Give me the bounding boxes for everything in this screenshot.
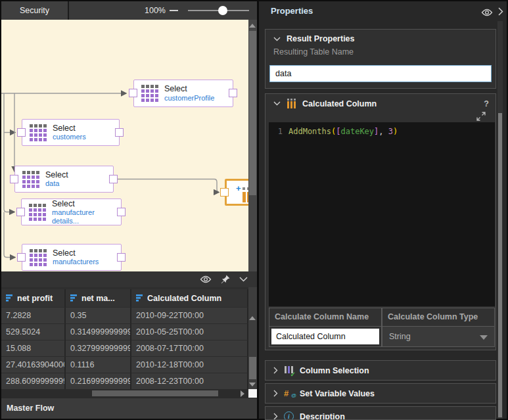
table-cell: 2008-12-23T00:00 [131, 373, 248, 389]
code-token: AddMonths [289, 127, 331, 136]
dot [242, 187, 245, 190]
plus-icon: + [236, 183, 241, 193]
zoom-level-value: 100% [145, 1, 167, 20]
properties-header: Properties [259, 1, 507, 21]
column-header-net-margin[interactable]: net ma... [66, 289, 131, 307]
zoom-out-icon[interactable] [170, 10, 178, 11]
preview-collapse-button[interactable] [239, 277, 248, 282]
table-grid-icon [30, 124, 47, 141]
table-grid-icon [30, 249, 47, 266]
data-preview-table: net profit net ma... Calculated Column 7… [1, 287, 257, 398]
scroll-right-icon[interactable] [241, 390, 244, 397]
output-port[interactable] [117, 253, 126, 262]
input-port[interactable] [17, 128, 26, 137]
flow-node-select-data[interactable]: Select data [14, 166, 114, 193]
scrollbar-thumb[interactable] [249, 31, 256, 195]
section-header-result-properties[interactable]: Result Properties [266, 30, 496, 46]
table-grid-icon [22, 171, 39, 188]
properties-eye-button[interactable] [481, 7, 493, 19]
section-header-calculated-column[interactable]: Calculated Column ? [266, 94, 496, 111]
code-token: [ [336, 127, 340, 136]
output-port[interactable] [115, 128, 124, 137]
preview-pin-button[interactable] [221, 275, 230, 284]
input-port[interactable] [220, 188, 229, 197]
input-port[interactable] [17, 253, 26, 262]
input-port[interactable] [16, 208, 25, 216]
table-vertical-scrollbar[interactable] [248, 287, 257, 389]
calculated-column-icon: + [236, 185, 248, 202]
scrollbar-thumb[interactable] [92, 390, 218, 396]
section-title: Result Properties [287, 34, 355, 43]
help-icon[interactable]: ? [484, 99, 489, 108]
node-title: Select [164, 84, 214, 93]
calculate-column-name-input[interactable] [271, 329, 379, 344]
flow-canvas[interactable]: Select customerProfile Select customers … [1, 20, 248, 271]
column-header-net-profit[interactable]: net profit [1, 289, 66, 307]
line-number: 1 [269, 127, 289, 136]
code-token: dateKey [341, 127, 375, 136]
properties-collapse-button[interactable] [498, 7, 503, 18]
scrollbar-thumb[interactable] [498, 113, 502, 417]
scrollbar-corner [248, 389, 257, 398]
table-cell: 27.4016390400000 [1, 356, 66, 373]
canvas-vertical-scrollbar[interactable] [248, 20, 257, 271]
table-cell: 529.5024 [1, 323, 66, 340]
code-expression: AddMonths([dateKey], 3) [289, 127, 398, 136]
column-bars-icon [136, 294, 144, 302]
section-title: Set Variable Values [300, 389, 375, 398]
properties-title: Properties [271, 1, 313, 21]
zoom-slider-thumb[interactable] [218, 6, 227, 15]
section-description[interactable]: i Description [265, 406, 496, 420]
section-calculated-column: Calculated Column ? 1 [265, 93, 496, 350]
column-bars-icon [6, 294, 14, 302]
output-port[interactable] [109, 175, 118, 183]
node-subtitle: manufacturers [53, 258, 99, 266]
node-title: Select [45, 170, 68, 179]
column-header-label: Calculated Column [147, 294, 221, 303]
eye-icon [200, 275, 212, 283]
input-port[interactable] [10, 175, 18, 183]
scroll-up-icon[interactable] [249, 24, 256, 28]
table-cell: 0.31499999999999 [66, 323, 131, 340]
scroll-up-icon[interactable] [249, 316, 256, 320]
section-set-variable-values[interactable]: #@ Set Variable Values [265, 383, 496, 404]
output-port[interactable] [117, 208, 126, 216]
tab-security[interactable]: Security [1, 1, 69, 20]
chevron-right-icon [273, 413, 278, 420]
column-header-label: net ma... [81, 294, 115, 303]
table-cell: 0.1116 [66, 356, 131, 373]
table-cell: 2010-09-22T00:00 [131, 307, 248, 323]
master-flow-label[interactable]: Master Flow [7, 404, 54, 413]
flow-node-select-customerProfile[interactable]: Select customerProfile [133, 80, 233, 107]
app-window: Security 100% Select [0, 0, 508, 420]
node-title: Select [53, 124, 86, 133]
flow-node-select-customers[interactable]: Select customers [22, 119, 120, 146]
column-header-calculated-column[interactable]: Calculated Column [131, 289, 248, 307]
node-subtitle: customerProfile [164, 94, 214, 103]
table-horizontal-scrollbar[interactable] [1, 389, 248, 398]
calculate-column-name-header: Calculate Column Name [269, 308, 382, 327]
chevron-right-icon [498, 7, 503, 16]
table-cell: 2008-07-17T00:00 [131, 340, 248, 356]
section-column-selection[interactable]: ✓ Column Selection [265, 360, 496, 381]
chevron-right-icon [273, 367, 278, 374]
resulting-table-name-input[interactable] [269, 65, 492, 82]
scroll-down-icon[interactable] [249, 383, 256, 386]
input-port[interactable] [129, 89, 137, 97]
selected-type-value: String [389, 332, 411, 341]
properties-panel: Properties Result Propert [259, 1, 507, 419]
table-cell: 0.35 [66, 307, 131, 323]
scrollbar-thumb[interactable] [249, 357, 256, 379]
flow-node-select-manufacturers[interactable]: Select manufacturers [22, 244, 122, 271]
calculate-column-type-dropdown[interactable]: String [382, 327, 495, 347]
node-title: Select [53, 248, 99, 258]
expression-code-editor[interactable]: 1 AddMonths([dateKey], 3) [269, 122, 495, 306]
calculated-column-icon [287, 99, 296, 108]
output-port[interactable] [229, 89, 237, 97]
flow-node-select-manufacturer-details[interactable]: Select manufacturer details... [21, 198, 122, 225]
table-cell: 2010-12-18T00:00 [131, 356, 248, 373]
preview-eye-button[interactable] [200, 275, 212, 283]
properties-scrollbar[interactable] [497, 21, 503, 419]
eye-icon [481, 9, 493, 16]
code-line: 1 AddMonths([dateKey], 3) [269, 127, 495, 136]
